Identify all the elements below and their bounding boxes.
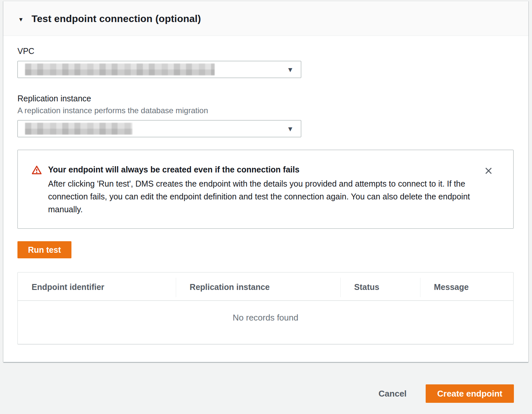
- replication-instance-field: Replication instance A replication insta…: [17, 94, 514, 137]
- replication-instance-selected-value-redacted: [25, 123, 132, 135]
- warning-triangle-icon: [32, 165, 42, 176]
- endpoint-warning-alert: Your endpoint will always be created eve…: [17, 150, 514, 229]
- test-endpoint-connection-panel: ▼ Test endpoint connection (optional) VP…: [3, 1, 528, 362]
- replication-instance-select[interactable]: ▼: [17, 120, 301, 137]
- vpc-label: VPC: [17, 46, 514, 56]
- vpc-selected-value-redacted: [25, 64, 215, 75]
- table-header-row: Endpoint identifier Replication instance…: [18, 272, 513, 301]
- warning-title: Your endpoint will always be created eve…: [48, 165, 476, 174]
- vpc-field: VPC ▼: [17, 46, 514, 78]
- dropdown-caret-icon: ▼: [287, 125, 294, 132]
- column-header-replication-instance[interactable]: Replication instance: [176, 272, 340, 300]
- cancel-button[interactable]: Cancel: [379, 389, 407, 399]
- column-header-message[interactable]: Message: [420, 272, 513, 300]
- wizard-footer: Cancel Create endpoint: [0, 384, 532, 403]
- column-header-endpoint-identifier[interactable]: Endpoint identifier: [18, 272, 176, 300]
- run-test-button[interactable]: Run test: [17, 241, 71, 258]
- panel-title: Test endpoint connection (optional): [32, 13, 201, 24]
- replication-instance-label: Replication instance: [17, 94, 514, 103]
- dropdown-caret-icon: ▼: [287, 66, 294, 73]
- warning-body: After clicking 'Run test', DMS creates t…: [48, 177, 476, 216]
- vpc-select[interactable]: ▼: [17, 61, 301, 78]
- panel-header[interactable]: ▼ Test endpoint connection (optional): [3, 1, 528, 36]
- replication-instance-description: A replication instance performs the data…: [17, 106, 514, 115]
- column-header-status[interactable]: Status: [340, 272, 420, 300]
- close-icon[interactable]: [483, 165, 494, 176]
- create-endpoint-button[interactable]: Create endpoint: [426, 384, 514, 403]
- table-empty-message: No records found: [18, 301, 513, 344]
- panel-body: VPC ▼ Replication instance A replication…: [3, 36, 528, 344]
- test-results-table: Endpoint identifier Replication instance…: [17, 272, 514, 344]
- collapse-caret-icon: ▼: [18, 15, 24, 22]
